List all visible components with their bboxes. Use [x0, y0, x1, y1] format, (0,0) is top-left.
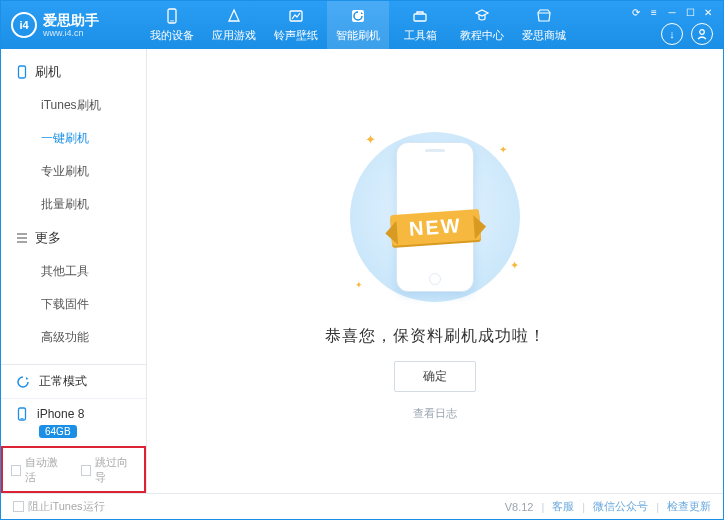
refresh-icon	[15, 374, 31, 390]
svg-point-5	[700, 30, 705, 35]
sidebar-item-batch-flash[interactable]: 批量刷机	[1, 188, 146, 221]
wallpaper-icon	[287, 7, 305, 25]
nav-apps-games[interactable]: 应用游戏	[203, 1, 265, 49]
view-log-link[interactable]: 查看日志	[413, 406, 457, 421]
sidebar-item-download-fw[interactable]: 下载固件	[1, 288, 146, 321]
sidebar-item-oneclick-flash[interactable]: 一键刷机	[1, 122, 146, 155]
brand-title: 爱思助手	[43, 13, 99, 27]
support-link[interactable]: 客服	[552, 499, 574, 514]
brand: i4 爱思助手 www.i4.cn	[1, 12, 141, 38]
confirm-button[interactable]: 确定	[394, 361, 476, 392]
apps-icon	[225, 7, 243, 25]
nav-tutorials[interactable]: 教程中心	[451, 1, 513, 49]
sidebar-group-flash[interactable]: 刷机	[1, 55, 146, 89]
store-icon	[535, 7, 553, 25]
nav-store[interactable]: 爱思商城	[513, 1, 575, 49]
brand-subtitle: www.i4.cn	[43, 29, 99, 38]
maximize-icon[interactable]: ☐	[683, 5, 697, 19]
app-body: 刷机 iTunes刷机 一键刷机 专业刷机 批量刷机 更多 其他工具 下载固件 …	[1, 49, 723, 493]
device-icon	[15, 407, 29, 421]
sync-icon[interactable]: ⟳	[629, 5, 643, 19]
tutorial-icon	[473, 7, 491, 25]
device-info[interactable]: iPhone 8 64GB	[1, 399, 146, 446]
sparkle-icon: ✦	[365, 132, 376, 147]
new-ribbon: NEW	[335, 208, 535, 248]
sidebar: 刷机 iTunes刷机 一键刷机 专业刷机 批量刷机 更多 其他工具 下载固件 …	[1, 49, 147, 493]
version-label: V8.12	[505, 501, 534, 513]
device-name: iPhone 8	[37, 407, 84, 421]
device-icon	[163, 7, 181, 25]
checkbox-icon	[13, 501, 24, 512]
sidebar-group-more[interactable]: 更多	[1, 221, 146, 255]
sparkle-icon: ✦	[355, 280, 363, 290]
svg-rect-4	[414, 14, 426, 21]
main-content: ✦ ✦ ✦ ✦ NEW 恭喜您，保资料刷机成功啦！ 确定 查看日志	[147, 49, 723, 493]
status-bar: 阻止iTunes运行 V8.12 | 客服 | 微信公众号 | 检查更新	[1, 493, 723, 519]
download-icon[interactable]: ↓	[661, 23, 683, 45]
menu-icon[interactable]: ≡	[647, 5, 661, 19]
sparkle-icon: ✦	[499, 144, 507, 155]
checkbox-icon	[11, 465, 21, 476]
app-header: i4 爱思助手 www.i4.cn 我的设备 应用游戏 铃声壁纸 智能刷机	[1, 1, 723, 49]
footer-right: V8.12 | 客服 | 微信公众号 | 检查更新	[505, 499, 711, 514]
list-icon	[15, 231, 29, 245]
svg-rect-6	[19, 66, 26, 78]
close-icon[interactable]: ✕	[701, 5, 715, 19]
sparkle-icon: ✦	[510, 259, 519, 272]
phone-icon	[15, 65, 29, 79]
storage-badge: 64GB	[39, 425, 77, 438]
device-mode[interactable]: 正常模式	[1, 365, 146, 399]
nav-ringtones[interactable]: 铃声壁纸	[265, 1, 327, 49]
flash-icon	[349, 7, 367, 25]
toolbox-icon	[411, 7, 429, 25]
svg-rect-1	[170, 21, 174, 22]
sidebar-item-itunes-flash[interactable]: iTunes刷机	[1, 89, 146, 122]
svg-rect-8	[21, 418, 24, 419]
flash-options-highlight: 自动激活 跳过向导	[1, 446, 146, 493]
brand-logo-icon: i4	[11, 12, 37, 38]
success-illustration: ✦ ✦ ✦ ✦ NEW	[325, 122, 545, 312]
check-update-link[interactable]: 检查更新	[667, 499, 711, 514]
app-window: i4 爱思助手 www.i4.cn 我的设备 应用游戏 铃声壁纸 智能刷机	[0, 0, 724, 520]
sidebar-item-pro-flash[interactable]: 专业刷机	[1, 155, 146, 188]
sidebar-item-advanced[interactable]: 高级功能	[1, 321, 146, 354]
window-controls: ⟳ ≡ ─ ☐ ✕	[629, 5, 715, 19]
user-icon[interactable]	[691, 23, 713, 45]
top-nav: 我的设备 应用游戏 铃声壁纸 智能刷机 工具箱 教程中心	[141, 1, 575, 49]
footer-left: 阻止iTunes运行	[13, 499, 105, 514]
success-message: 恭喜您，保资料刷机成功啦！	[325, 326, 546, 347]
nav-my-device[interactable]: 我的设备	[141, 1, 203, 49]
wechat-link[interactable]: 微信公众号	[593, 499, 648, 514]
checkbox-skip-guide[interactable]: 跳过向导	[81, 455, 137, 485]
sidebar-item-other-tools[interactable]: 其他工具	[1, 255, 146, 288]
nav-smart-flash[interactable]: 智能刷机	[327, 1, 389, 49]
sidebar-bottom: 正常模式 iPhone 8 64GB 自动激活 跳过向导	[1, 364, 146, 493]
nav-toolbox[interactable]: 工具箱	[389, 1, 451, 49]
checkbox-auto-activate[interactable]: 自动激活	[11, 455, 67, 485]
header-actions: ↓	[661, 23, 713, 45]
checkbox-block-itunes[interactable]: 阻止iTunes运行	[13, 499, 105, 514]
minimize-icon[interactable]: ─	[665, 5, 679, 19]
checkbox-icon	[81, 465, 91, 476]
